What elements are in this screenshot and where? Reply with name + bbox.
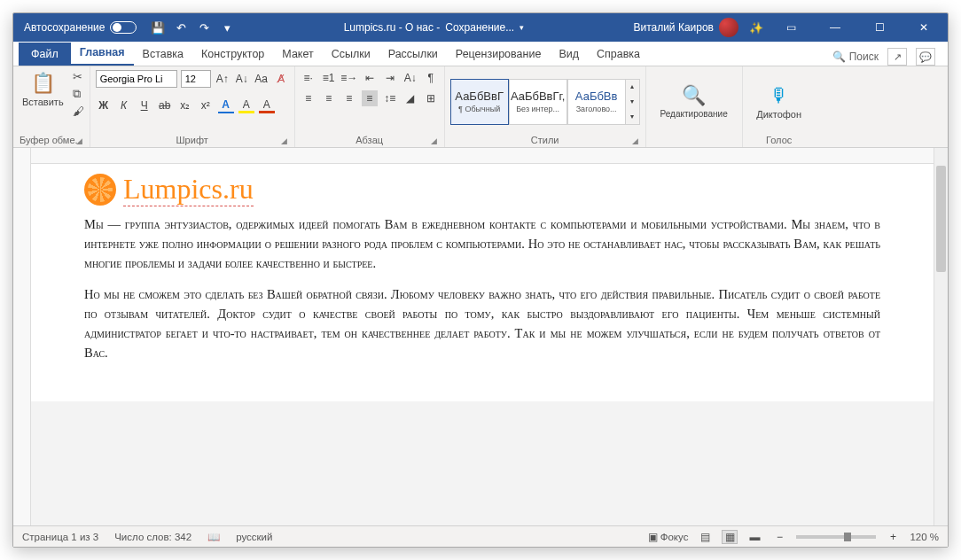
- bullets-icon[interactable]: ≡·: [301, 70, 316, 86]
- logo-text: Lumpics.ru: [123, 173, 254, 206]
- search-label: Поиск: [849, 51, 879, 63]
- copy-icon[interactable]: ⧉: [73, 87, 84, 101]
- group-clipboard: 📋 Вставить ✂ ⧉ 🖌 Буфер обме...◢: [13, 66, 90, 147]
- bold-button[interactable]: Ж: [96, 97, 112, 113]
- page-indicator[interactable]: Страница 1 из 3: [22, 532, 98, 542]
- dialog-launcher-icon[interactable]: ◢: [431, 136, 437, 145]
- vertical-ruler[interactable]: [13, 148, 31, 525]
- text-effects-button[interactable]: A: [218, 97, 234, 113]
- multilevel-icon[interactable]: ≡→: [341, 70, 357, 86]
- dec-indent-icon[interactable]: ⇤: [362, 70, 378, 86]
- borders-icon[interactable]: ⊞: [423, 90, 439, 106]
- page[interactable]: Lumpics.ru Мы — группа энтузиастов, одер…: [31, 164, 934, 401]
- font-color-button[interactable]: A: [259, 97, 275, 113]
- vertical-scrollbar[interactable]: [934, 148, 948, 525]
- font-size-input[interactable]: [181, 70, 211, 88]
- document-scroll[interactable]: Lumpics.ru Мы — группа энтузиастов, одер…: [31, 148, 934, 525]
- shading-icon[interactable]: ◢: [402, 90, 418, 106]
- tab-insert[interactable]: Вставка: [134, 43, 192, 66]
- ribbon-options-icon[interactable]: ▭: [774, 13, 808, 42]
- format-painter-icon[interactable]: 🖌: [73, 105, 84, 118]
- style-normal[interactable]: АаБбВвГ ¶ Обычный: [450, 79, 509, 125]
- numbering-icon[interactable]: ≡1: [321, 70, 337, 86]
- dialog-launcher-icon[interactable]: ◢: [281, 136, 287, 145]
- share-button[interactable]: ↗: [887, 48, 907, 66]
- paste-button[interactable]: 📋 Вставить: [19, 70, 67, 109]
- clear-format-icon[interactable]: A̸: [273, 71, 289, 87]
- align-right-icon[interactable]: ≡: [341, 90, 357, 106]
- search-box[interactable]: 🔍 Поиск: [832, 51, 879, 63]
- styles-more-button[interactable]: ▴▾▾: [626, 79, 640, 125]
- subscript-button[interactable]: x₂: [177, 97, 193, 113]
- grow-font-icon[interactable]: A↑: [215, 71, 230, 87]
- underline-button[interactable]: Ч: [137, 97, 152, 113]
- highlight-button[interactable]: A: [238, 97, 254, 113]
- superscript-button[interactable]: x²: [198, 97, 214, 113]
- maximize-button[interactable]: ☐: [863, 13, 896, 42]
- zoom-out-button[interactable]: −: [771, 529, 787, 545]
- redo-icon[interactable]: ↷: [197, 20, 211, 35]
- zoom-in-button[interactable]: +: [885, 529, 901, 545]
- group-paragraph: ≡· ≡1 ≡→ ⇤ ⇥ A↓ ¶ ≡ ≡ ≡ ≡ ↕≡ ◢: [295, 66, 445, 147]
- editing-button[interactable]: 🔍 Редактирование: [657, 82, 731, 121]
- undo-icon[interactable]: ↶: [174, 20, 188, 35]
- dialog-launcher-icon[interactable]: ◢: [632, 136, 638, 145]
- tab-home[interactable]: Главная: [71, 42, 134, 66]
- focus-mode[interactable]: ▣ Фокус: [648, 531, 689, 543]
- minimize-button[interactable]: —: [818, 13, 852, 42]
- horizontal-ruler[interactable]: [31, 148, 934, 164]
- style-no-spacing[interactable]: АаБбВвГг, Без интер...: [509, 79, 567, 125]
- user-name: Виталий Каиров: [633, 21, 714, 34]
- scrollbar-thumb[interactable]: [936, 166, 946, 272]
- clipboard-group-label: Буфер обме...: [20, 135, 83, 145]
- inc-indent-icon[interactable]: ⇥: [382, 70, 398, 86]
- qat-more-icon[interactable]: ▾: [220, 20, 234, 35]
- zoom-level[interactable]: 120 %: [910, 532, 939, 542]
- sort-icon[interactable]: A↓: [402, 70, 418, 86]
- justify-icon[interactable]: ≡: [362, 90, 378, 106]
- paste-icon: 📋: [31, 72, 55, 95]
- style-heading1[interactable]: АаБбВв Заголово...: [567, 79, 626, 125]
- microphone-icon: 🎙: [770, 84, 789, 107]
- tab-references[interactable]: Ссылки: [323, 43, 379, 66]
- ribbon-tabs: Файл Главная Вставка Конструктор Макет С…: [13, 42, 948, 66]
- tab-mailings[interactable]: Рассылки: [379, 43, 447, 66]
- comments-button[interactable]: 💬: [916, 48, 935, 66]
- dictate-button[interactable]: 🎙 Диктофон: [753, 82, 805, 121]
- paragraph-2[interactable]: Но мы не сможем это сделать без Вашей об…: [84, 285, 880, 362]
- show-marks-icon[interactable]: ¶: [423, 70, 439, 86]
- tab-layout[interactable]: Макет: [273, 43, 322, 66]
- tab-design[interactable]: Конструктор: [192, 43, 273, 66]
- font-group-label: Шрифт: [176, 135, 208, 145]
- shrink-font-icon[interactable]: A↓: [234, 71, 250, 87]
- print-layout-icon[interactable]: ▦: [722, 530, 738, 544]
- user-account[interactable]: Виталий Каиров: [633, 18, 738, 37]
- change-case-icon[interactable]: Aa: [254, 71, 270, 87]
- web-layout-icon[interactable]: ▬: [746, 530, 762, 544]
- tab-review[interactable]: Рецензирование: [447, 43, 551, 66]
- cut-icon[interactable]: ✂: [73, 70, 84, 83]
- language-indicator[interactable]: русский: [236, 532, 272, 542]
- autosave-toggle[interactable]: Автосохранение: [24, 21, 137, 34]
- paragraph-1[interactable]: Мы — группа энтузиастов, одержимых идеей…: [84, 215, 880, 273]
- group-voice: 🎙 Диктофон Голос: [743, 66, 816, 147]
- coming-soon-icon[interactable]: ✨: [749, 20, 763, 35]
- font-name-input[interactable]: [96, 70, 177, 88]
- tab-file[interactable]: Файл: [19, 43, 71, 66]
- spell-check-icon[interactable]: 📖: [207, 531, 220, 543]
- read-mode-icon[interactable]: ▤: [697, 530, 713, 544]
- align-left-icon[interactable]: ≡: [301, 90, 316, 106]
- close-button[interactable]: ✕: [907, 13, 941, 42]
- align-center-icon[interactable]: ≡: [321, 90, 337, 106]
- tab-help[interactable]: Справка: [588, 43, 649, 66]
- italic-button[interactable]: К: [116, 97, 132, 113]
- ribbon: 📋 Вставить ✂ ⧉ 🖌 Буфер обме...◢ A↑ A↓: [13, 66, 948, 148]
- strikethrough-button[interactable]: ab: [157, 97, 173, 113]
- line-spacing-icon[interactable]: ↕≡: [382, 90, 398, 106]
- save-icon[interactable]: 💾: [151, 20, 165, 35]
- dialog-launcher-icon[interactable]: ◢: [76, 136, 82, 145]
- zoom-slider[interactable]: [796, 535, 876, 539]
- word-count[interactable]: Число слов: 342: [114, 532, 191, 542]
- tab-view[interactable]: Вид: [550, 43, 588, 66]
- toggle-switch-icon[interactable]: [110, 21, 137, 34]
